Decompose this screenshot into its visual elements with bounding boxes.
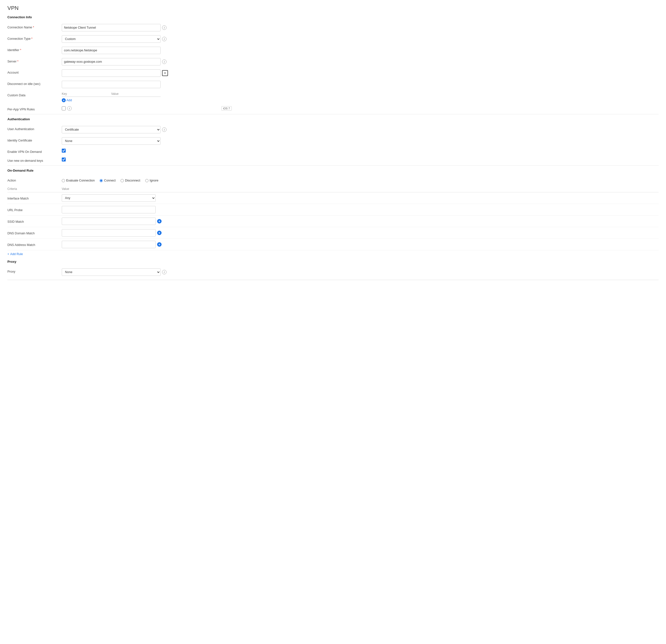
user-auth-select[interactable]: Certificate Password RSA SecurID None: [62, 126, 161, 133]
ssid-match-add-icon[interactable]: +: [157, 219, 161, 223]
connection-type-required: *: [31, 37, 33, 40]
identifier-input[interactable]: [62, 47, 161, 54]
per-app-vpn-checkbox[interactable]: [62, 106, 66, 110]
value-col-header: Value: [62, 187, 659, 191]
connection-type-control: Custom IKEv2 IPSec L2TP PPTP i: [62, 35, 659, 43]
ssid-match-row: SSID Match +: [7, 216, 659, 227]
action-ignore-label: Ignore: [150, 179, 158, 182]
server-required: *: [17, 59, 19, 63]
proxy-row: Proxy None Manual Auto i: [7, 266, 659, 278]
per-app-vpn-inner: i: [62, 106, 72, 111]
disconnect-idle-input[interactable]: [62, 81, 161, 88]
action-disconnect[interactable]: Disconnect: [121, 179, 140, 182]
add-rule-label: Add Rule: [10, 252, 23, 256]
ssid-match-label: SSID Match: [7, 219, 62, 223]
server-info-icon: i: [162, 59, 166, 64]
server-row: Server * i: [7, 56, 659, 67]
per-app-vpn-row: Per-App VPN Rules i iOS 7: [7, 104, 659, 113]
dns-domain-match-add-icon[interactable]: +: [157, 231, 161, 235]
connection-type-select[interactable]: Custom IKEv2 IPSec L2TP PPTP: [62, 35, 161, 43]
interface-match-label: Interface Match: [7, 196, 62, 200]
use-new-demand-keys-label: Use new on-demand keys: [7, 158, 62, 162]
url-probe-row: URL Probe: [7, 204, 659, 216]
dns-domain-match-row: DNS Domain Match +: [7, 227, 659, 239]
url-probe-input[interactable]: [62, 206, 156, 213]
divider-on-demand-rule: [7, 165, 659, 166]
dns-address-match-add-icon[interactable]: +: [157, 242, 161, 247]
server-label: Server *: [7, 58, 62, 63]
criteria-header: Criteria Value: [7, 186, 659, 192]
ssid-match-value: +: [62, 217, 659, 225]
use-new-demand-keys-control: [62, 158, 659, 161]
server-control: i: [62, 58, 659, 66]
identity-cert-select[interactable]: None: [62, 137, 161, 145]
action-disconnect-label: Disconnect: [125, 179, 140, 182]
interface-match-select[interactable]: Any WiFi Cellular: [62, 194, 156, 202]
custom-data-add-link[interactable]: + Add: [62, 98, 659, 102]
section-connection-info: Connection Info: [7, 15, 659, 19]
dns-domain-match-label: DNS Domain Match: [7, 231, 62, 235]
connection-name-input[interactable]: [62, 24, 161, 31]
disconnect-idle-label: Disconnect on idle (sec): [7, 81, 62, 86]
custom-data-key-col: Key: [62, 92, 111, 95]
account-control: +: [62, 69, 659, 77]
identity-cert-label: Identity Certificate: [7, 137, 62, 142]
section-authentication: Authentication: [7, 117, 659, 121]
dns-address-match-row: DNS Address Match +: [7, 239, 659, 250]
disconnect-idle-control: [62, 81, 659, 88]
action-disconnect-radio[interactable]: [121, 179, 124, 182]
action-evaluate-connection[interactable]: Evaluate Connection: [62, 179, 94, 182]
dns-address-match-label: DNS Address Match: [7, 243, 62, 247]
url-probe-label: URL Probe: [7, 208, 62, 212]
enable-vpn-demand-checkbox[interactable]: [62, 149, 66, 153]
proxy-label: Proxy: [7, 268, 62, 273]
proxy-section: Proxy Proxy None Manual Auto i: [7, 260, 659, 278]
divider-authentication: [7, 114, 659, 114]
per-app-vpn-control: i iOS 7: [62, 106, 659, 111]
proxy-select[interactable]: None Manual Auto: [62, 268, 161, 276]
connection-type-info-icon: i: [162, 37, 166, 41]
user-auth-control: Certificate Password RSA SecurID None i: [62, 126, 659, 133]
user-auth-info-icon: i: [162, 127, 166, 132]
proxy-info-icon: i: [162, 270, 166, 274]
dns-domain-match-value: +: [62, 229, 659, 236]
action-connect[interactable]: Connect: [100, 179, 116, 182]
connection-name-label: Connection Name *: [7, 24, 62, 29]
url-probe-value: [62, 206, 659, 213]
add-rule-icon: +: [7, 252, 9, 256]
custom-data-area: Key Value + Add: [62, 92, 659, 102]
section-proxy: Proxy: [7, 260, 659, 264]
connection-name-control: i: [62, 24, 659, 31]
account-row: Account +: [7, 67, 659, 79]
proxy-control: None Manual Auto i: [62, 268, 659, 276]
action-ignore-radio[interactable]: [145, 179, 148, 182]
ssid-match-input[interactable]: [62, 217, 156, 225]
account-input[interactable]: [62, 69, 161, 77]
connection-name-required: *: [33, 25, 34, 29]
dns-address-match-value: +: [62, 241, 659, 248]
enable-vpn-demand-row: Enable VPN On Demand: [7, 147, 659, 156]
use-new-demand-keys-checkbox[interactable]: [62, 158, 66, 161]
server-input[interactable]: [62, 58, 161, 66]
dns-domain-match-input[interactable]: [62, 229, 156, 236]
dns-address-match-input[interactable]: [62, 241, 156, 248]
per-app-vpn-label: Per-App VPN Rules: [7, 106, 62, 111]
action-connect-label: Connect: [104, 179, 116, 182]
section-on-demand-rule: On-Demand Rule: [7, 169, 659, 172]
criteria-col-header: Criteria: [7, 187, 62, 191]
action-ignore[interactable]: Ignore: [145, 179, 158, 182]
identity-cert-control: None: [62, 137, 659, 145]
interface-match-row: Interface Match Any WiFi Cellular: [7, 192, 659, 204]
identifier-required: *: [20, 48, 21, 52]
action-evaluate-connection-radio[interactable]: [62, 179, 65, 182]
criteria-table: Criteria Value Interface Match Any WiFi …: [7, 186, 659, 250]
action-label: Action: [7, 177, 62, 182]
interface-match-value: Any WiFi Cellular: [62, 194, 659, 202]
custom-data-header: Key Value: [62, 92, 161, 97]
action-connect-radio[interactable]: [100, 179, 103, 182]
custom-data-row: Custom Data Key Value + Add: [7, 90, 659, 104]
enable-vpn-demand-control: [62, 149, 659, 153]
add-rule-link[interactable]: + Add Rule: [7, 252, 659, 256]
account-add-icon[interactable]: +: [162, 70, 168, 76]
account-label: Account: [7, 69, 62, 74]
